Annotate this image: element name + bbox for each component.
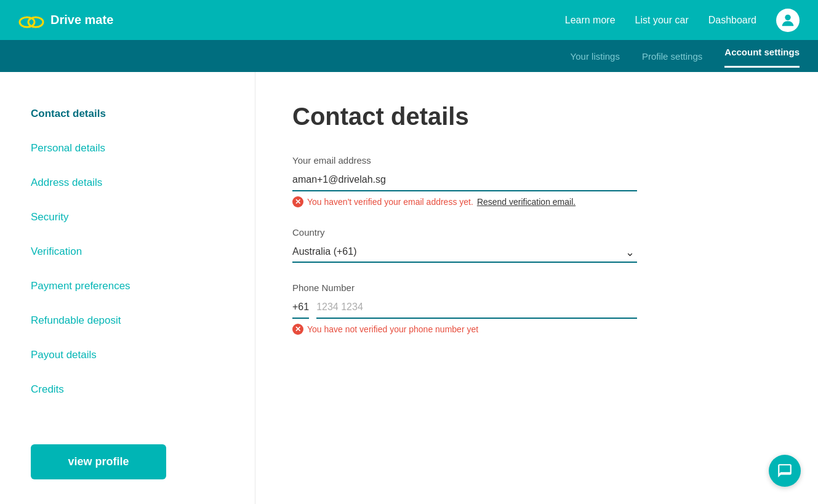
view-profile-button[interactable]: view profile bbox=[31, 444, 166, 479]
sidebar-item-payment-preferences[interactable]: Payment preferences bbox=[31, 269, 230, 303]
resend-verification-link[interactable]: Resend verification email. bbox=[477, 197, 575, 207]
sidebar-item-refundable-deposit[interactable]: Refundable deposit bbox=[31, 303, 230, 338]
sidebar-item-payout-details[interactable]: Payout details bbox=[31, 338, 230, 372]
svg-point-1 bbox=[28, 17, 43, 27]
brand-name: Drive mate bbox=[50, 13, 113, 27]
sub-nav-account-settings[interactable]: Account settings bbox=[724, 47, 800, 68]
sidebar-item-address-details[interactable]: Address details bbox=[31, 166, 230, 200]
sidebar-item-verification[interactable]: Verification bbox=[31, 234, 230, 269]
header-nav: Learn more List your car Dashboard bbox=[565, 9, 800, 32]
email-input[interactable] bbox=[292, 169, 637, 191]
nav-learn-more[interactable]: Learn more bbox=[565, 15, 616, 26]
email-label: Your email address bbox=[292, 155, 637, 166]
nav-list-car[interactable]: List your car bbox=[635, 15, 689, 26]
main-content: Contact details Your email address ✕ You… bbox=[255, 72, 818, 504]
country-label: Country bbox=[292, 227, 637, 238]
sub-header: Your listings Profile settings Account s… bbox=[0, 40, 818, 72]
sub-nav-profile-settings[interactable]: Profile settings bbox=[642, 51, 702, 62]
email-error-text: You haven't verified your email address … bbox=[307, 197, 473, 207]
page-layout: Contact details Personal details Address… bbox=[0, 72, 818, 504]
sidebar-nav: Contact details Personal details Address… bbox=[31, 97, 230, 426]
main-header: Drive mate Learn more List your car Dash… bbox=[0, 0, 818, 40]
phone-prefix: +61 bbox=[292, 297, 309, 319]
sidebar: Contact details Personal details Address… bbox=[0, 72, 255, 504]
country-select[interactable]: Australia (+61) Singapore (+65) New Zeal… bbox=[292, 241, 637, 263]
country-group: Country Australia (+61) Singapore (+65) … bbox=[292, 227, 637, 263]
user-avatar[interactable] bbox=[776, 9, 800, 32]
phone-error: ✕ You have not verified your phone numbe… bbox=[292, 324, 637, 335]
phone-error-icon: ✕ bbox=[292, 324, 303, 335]
email-error-icon: ✕ bbox=[292, 196, 303, 207]
phone-row: +61 bbox=[292, 297, 637, 319]
nav-dashboard[interactable]: Dashboard bbox=[708, 15, 756, 26]
phone-group: Phone Number +61 ✕ You have not verified… bbox=[292, 282, 637, 335]
sidebar-item-credits[interactable]: Credits bbox=[31, 372, 230, 407]
country-select-wrapper: Australia (+61) Singapore (+65) New Zeal… bbox=[292, 241, 637, 263]
chat-button[interactable] bbox=[769, 455, 801, 487]
email-group: Your email address ✕ You haven't verifie… bbox=[292, 155, 637, 207]
page-title: Contact details bbox=[292, 103, 781, 130]
logo[interactable]: Drive mate bbox=[18, 12, 113, 28]
sidebar-item-personal-details[interactable]: Personal details bbox=[31, 131, 230, 166]
sidebar-item-contact-details[interactable]: Contact details bbox=[31, 97, 230, 131]
phone-label: Phone Number bbox=[292, 282, 637, 293]
sidebar-item-security[interactable]: Security bbox=[31, 200, 230, 234]
phone-input[interactable] bbox=[316, 297, 637, 319]
phone-error-text: You have not verified your phone number … bbox=[307, 324, 478, 334]
sub-nav-your-listings[interactable]: Your listings bbox=[571, 51, 620, 62]
email-error: ✕ You haven't verified your email addres… bbox=[292, 196, 637, 207]
svg-point-2 bbox=[785, 14, 790, 20]
